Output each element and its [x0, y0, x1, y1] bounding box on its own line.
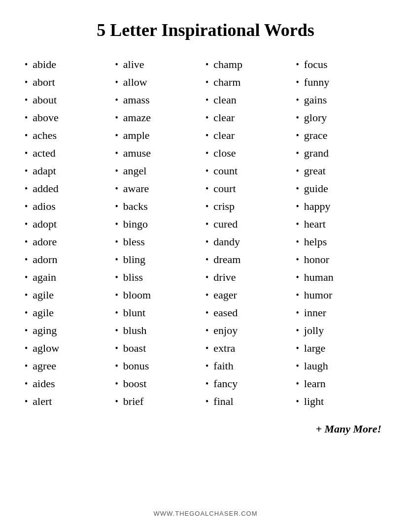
list-item: •bloom: [115, 286, 206, 304]
bullet-icon: •: [296, 272, 299, 283]
word-text: bonus: [123, 360, 149, 372]
bullet-icon: •: [206, 361, 208, 371]
list-item: •extra: [206, 339, 296, 357]
word-text: allow: [123, 76, 147, 89]
list-item: •clear: [206, 109, 296, 127]
word-text: alert: [33, 395, 52, 408]
list-item: •learn: [296, 375, 387, 393]
word-text: about: [33, 94, 57, 106]
word-text: laugh: [304, 360, 328, 372]
word-text: agree: [33, 360, 56, 372]
word-text: angel: [123, 165, 147, 177]
bullet-icon: •: [206, 343, 208, 354]
word-text: aware: [123, 182, 149, 195]
bullet-icon: •: [25, 95, 28, 105]
bullet-icon: •: [25, 60, 28, 70]
bullet-icon: •: [206, 95, 208, 105]
list-item: •large: [296, 339, 387, 357]
bullet-icon: •: [296, 379, 299, 389]
word-text: bingo: [123, 218, 148, 231]
bullet-icon: •: [296, 308, 299, 318]
list-item: •allow: [115, 73, 206, 91]
list-item: •angel: [115, 162, 206, 180]
bullet-icon: •: [296, 184, 299, 194]
bullet-icon: •: [25, 379, 28, 389]
bullet-icon: •: [296, 219, 299, 230]
bullet-icon: •: [115, 131, 118, 141]
bullet-icon: •: [115, 113, 118, 123]
bullet-icon: •: [206, 219, 208, 230]
word-text: bless: [123, 235, 145, 248]
word-text: enjoy: [213, 324, 238, 337]
word-text: blunt: [123, 306, 145, 319]
word-text: helps: [304, 235, 327, 248]
bullet-icon: •: [206, 201, 208, 212]
word-text: ample: [123, 129, 150, 142]
word-text: backs: [123, 200, 148, 213]
bullet-icon: •: [25, 219, 28, 230]
bullet-icon: •: [25, 148, 28, 159]
word-text: cured: [213, 218, 238, 231]
word-column-4: •focus•funny•gains•glory•grace•grand•gre…: [296, 56, 387, 410]
word-text: large: [304, 342, 326, 355]
list-item: •again: [25, 268, 115, 286]
word-text: clear: [213, 129, 235, 142]
bullet-icon: •: [115, 343, 118, 354]
bullet-icon: •: [115, 272, 118, 283]
list-item: •bling: [115, 251, 206, 268]
word-text: boost: [123, 377, 147, 390]
list-item: •clean: [206, 91, 296, 109]
word-text: grace: [304, 129, 328, 142]
bullet-icon: •: [206, 379, 208, 389]
bullet-icon: •: [296, 77, 299, 88]
word-text: great: [304, 165, 326, 177]
list-item: •backs: [115, 198, 206, 215]
footer-text: WWW.THEGOALCHASER.COM: [154, 500, 258, 517]
list-item: •adios: [25, 198, 115, 215]
list-item: •brief: [115, 393, 206, 410]
word-text: gains: [304, 94, 327, 106]
bullet-icon: •: [296, 255, 299, 265]
word-text: abide: [33, 58, 56, 71]
word-text: agile: [33, 289, 54, 301]
list-item: •gains: [296, 91, 387, 109]
list-item: •added: [25, 180, 115, 198]
list-item: •court: [206, 180, 296, 198]
list-item: •acted: [25, 144, 115, 162]
bullet-icon: •: [25, 237, 28, 247]
list-item: •fancy: [206, 375, 296, 393]
bullet-icon: •: [296, 361, 299, 371]
word-text: dandy: [213, 235, 240, 248]
word-text: drive: [213, 271, 236, 284]
word-text: crisp: [213, 200, 235, 213]
word-text: human: [304, 271, 334, 284]
word-text: final: [213, 395, 233, 408]
bullet-icon: •: [296, 290, 299, 300]
word-text: agile: [33, 306, 54, 319]
bullet-icon: •: [296, 397, 299, 407]
list-item: •amuse: [115, 144, 206, 162]
list-item: •close: [206, 144, 296, 162]
word-text: grand: [304, 147, 329, 160]
bullet-icon: •: [115, 290, 118, 300]
word-text: champ: [213, 58, 242, 71]
bullet-icon: •: [25, 361, 28, 371]
word-text: amuse: [123, 147, 151, 160]
bullet-icon: •: [25, 326, 28, 336]
bullet-icon: •: [115, 95, 118, 105]
bullet-icon: •: [25, 272, 28, 283]
word-text: learn: [304, 377, 326, 390]
word-text: bling: [123, 253, 145, 266]
word-text: jolly: [304, 324, 324, 337]
word-text: abort: [33, 76, 55, 89]
list-item: •bingo: [115, 215, 206, 233]
bullet-icon: •: [206, 113, 208, 123]
word-text: clear: [213, 111, 235, 124]
list-item: •alive: [115, 56, 206, 73]
list-item: •bless: [115, 233, 206, 251]
bullet-icon: •: [206, 397, 208, 407]
bullet-icon: •: [115, 184, 118, 194]
word-text: above: [33, 111, 59, 124]
list-item: •grace: [296, 127, 387, 144]
bullet-icon: •: [206, 184, 208, 194]
